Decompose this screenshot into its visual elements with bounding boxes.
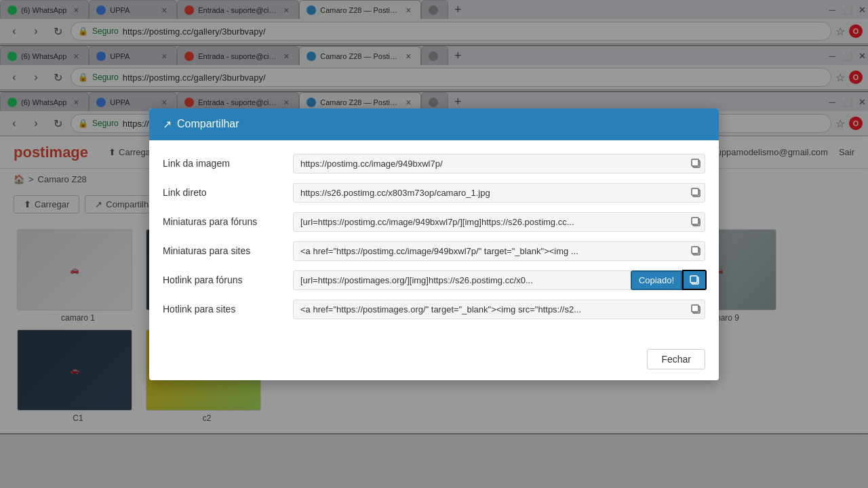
share-row-link-imagem: Link da imagem [163,154,705,174]
copy-icon-min-sites [690,245,701,256]
modal-title: Compartilhar [177,118,239,130]
hotlink-row-wrap: Copiado! [293,270,705,290]
copy-icon-link-imagem [690,158,701,169]
copiado-badge: Copiado! [631,270,707,290]
modal-overlay: ↗ Compartilhar Link da imagem [0,0,868,434]
modal-header: ↗ Compartilhar [149,108,719,140]
modal-body: Link da imagem Link direto [149,140,719,342]
svg-rect-5 [692,218,698,224]
copiado-text: Copiado! [631,270,682,290]
copy-btn-min-sites[interactable] [688,243,704,259]
copy-btn-link-direto[interactable] [688,184,704,201]
copy-icon-min-foruns [690,216,701,227]
share-label-hotlink-sites: Hotlink para sites [163,304,285,314]
share-input-wrap-link-imagem [293,154,705,174]
svg-rect-3 [692,188,698,195]
svg-rect-7 [692,247,698,253]
share-label-min-sites: Miniaturas para sites [163,245,285,256]
share-row-hotlink-foruns: Hotlink para fóruns Copiado! [163,270,705,290]
share-input-wrap-hotlink-sites [293,300,705,319]
svg-rect-11 [692,305,698,312]
share-input-hotlink-sites[interactable] [293,300,705,319]
copy-btn-hotlink-sites[interactable] [688,301,704,317]
copy-btn-min-foruns[interactable] [688,214,704,230]
share-input-wrap-min-foruns [293,212,705,232]
fechar-button[interactable]: Fechar [647,349,705,369]
share-input-wrap-link-direto [293,183,705,203]
share-row-hotlink-sites: Hotlink para sites [163,300,705,319]
copy-icon-link-direto [690,187,701,198]
share-row-min-sites: Miniaturas para sites [163,241,705,261]
share-input-min-sites[interactable] [293,241,705,261]
copy-btn-link-imagem[interactable] [688,155,704,171]
share-input-min-foruns[interactable] [293,212,705,232]
share-input-link-direto[interactable] [293,183,705,203]
copiado-copy-button[interactable] [682,270,707,290]
share-input-wrap-min-sites [293,241,705,261]
svg-rect-9 [690,276,697,283]
svg-rect-1 [692,159,698,166]
share-label-hotlink-foruns: Hotlink para fóruns [163,274,285,285]
share-label-min-foruns: Miniaturas para fóruns [163,216,285,227]
copy-icon-hotlink-foruns [689,274,700,285]
modal-footer: Fechar [149,342,719,380]
share-input-link-imagem[interactable] [293,154,705,174]
share-label-link-imagem: Link da imagem [163,158,285,169]
share-row-link-direto: Link direto [163,183,705,203]
share-label-link-direto: Link direto [163,187,285,198]
copy-icon-hotlink-sites [690,304,701,314]
share-row-min-foruns: Miniaturas para fóruns [163,212,705,232]
share-modal: ↗ Compartilhar Link da imagem [149,108,719,380]
modal-title-icon: ↗ [163,118,172,131]
